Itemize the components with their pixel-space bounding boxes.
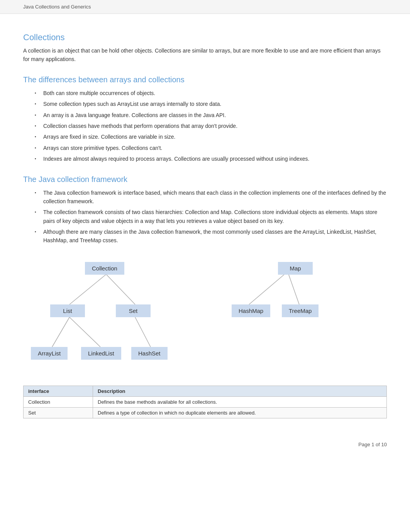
- list-item: The collection framework consists of two…: [35, 208, 387, 225]
- table-cell-interface: Collection: [24, 396, 93, 407]
- svg-line-4: [135, 317, 151, 347]
- table-row: Set Defines a type of collection in whic…: [24, 407, 387, 418]
- list-item: An array is a Java language feature. Col…: [35, 111, 387, 119]
- top-bar: Java Collections and Generics: [0, 0, 410, 14]
- list-item: Some collection types such as ArrayList …: [35, 100, 387, 108]
- collections-body: A collection is an object that can be ho…: [23, 46, 387, 64]
- node-treemap: TreeMap: [282, 304, 319, 317]
- table-header-interface: interface: [24, 386, 93, 396]
- differences-list: Both can store multiple occurrences of o…: [35, 89, 387, 163]
- right-hierarchy: Map HashMap TreeMap: [224, 254, 324, 339]
- table-header-description: Description: [93, 386, 387, 396]
- node-linkedlist: LinkedList: [81, 347, 121, 360]
- list-item: Arrays are fixed in size. Collections ar…: [35, 133, 387, 141]
- page-footer: Page 1 of 10: [0, 438, 410, 451]
- list-item: Indexes are almost always required to pr…: [35, 155, 387, 163]
- diagram-area: Collection List Set ArrayList LinkedList…: [23, 254, 387, 378]
- list-item: Arrays can store primitive types. Collec…: [35, 144, 387, 152]
- svg-line-1: [106, 274, 135, 304]
- interface-table: interface Description Collection Defines…: [23, 386, 387, 418]
- svg-line-0: [69, 274, 106, 304]
- main-content: Collections A collection is an object th…: [0, 14, 410, 434]
- node-list: List: [50, 304, 85, 317]
- left-hierarchy: Collection List Set ArrayList LinkedList…: [23, 254, 185, 378]
- framework-list: The Java collection framework is interfa…: [35, 189, 387, 245]
- table-row: Collection Defines the base methods avai…: [24, 396, 387, 407]
- table-cell-description: Defines the base methods available for a…: [93, 396, 387, 407]
- page-number: Page 1 of 10: [358, 442, 387, 447]
- node-set: Set: [116, 304, 151, 317]
- table-cell-interface: Set: [24, 407, 93, 418]
- node-hashset: HashSet: [131, 347, 168, 360]
- node-hashmap: HashMap: [232, 304, 270, 317]
- node-arraylist: ArrayList: [31, 347, 68, 360]
- svg-line-6: [288, 272, 299, 304]
- differences-title: The differences between arrays and colle…: [23, 75, 387, 84]
- top-bar-label: Java Collections and Generics: [23, 4, 91, 10]
- svg-line-5: [249, 272, 288, 304]
- list-item: Collection classes have methods that per…: [35, 122, 387, 130]
- framework-title: The Java collection framework: [23, 175, 387, 184]
- svg-line-2: [52, 317, 69, 347]
- list-item: Although there are many classes in the J…: [35, 228, 387, 245]
- list-item: The Java collection framework is interfa…: [35, 189, 387, 206]
- node-collection: Collection: [85, 262, 124, 275]
- collections-title: Collections: [23, 32, 387, 42]
- table-cell-description: Defines a type of collection in which no…: [93, 407, 387, 418]
- list-item: Both can store multiple occurrences of o…: [35, 89, 387, 97]
- node-map: Map: [278, 262, 313, 275]
- svg-line-3: [69, 317, 100, 347]
